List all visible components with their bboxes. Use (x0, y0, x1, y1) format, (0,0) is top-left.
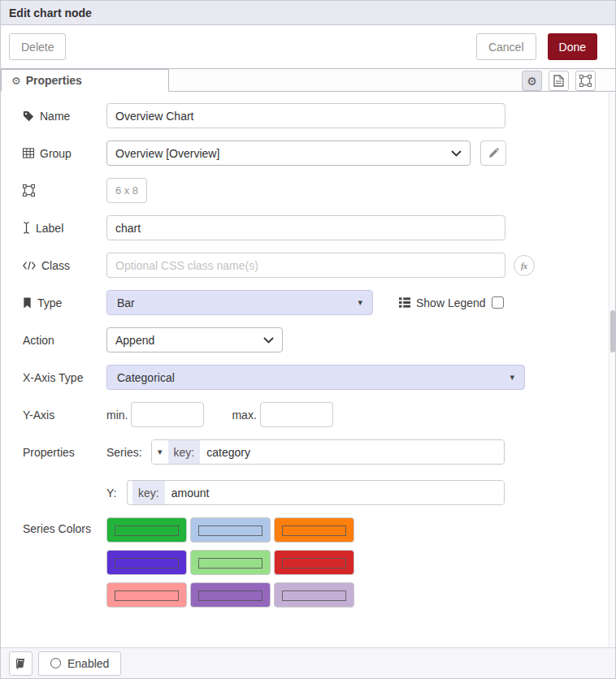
row-yaxis: Y-Axis min. max. (9, 402, 615, 427)
circle-icon (50, 658, 61, 668)
delete-button[interactable]: Delete (9, 33, 66, 60)
action-label: Action (23, 334, 54, 347)
size-label-wrap (9, 184, 106, 197)
y-key-input[interactable] (165, 481, 504, 504)
table-icon (23, 148, 34, 158)
series-colors-label: Series Colors (23, 522, 91, 535)
row-group: Group Overview [Overview] (9, 141, 615, 166)
properties-label-wrap: Properties (9, 446, 106, 459)
document-icon (553, 75, 564, 87)
object-group-icon (23, 184, 35, 197)
y-field-label: Y: (106, 487, 127, 500)
yaxis-max-label: max. (232, 409, 256, 422)
scrollbar-thumb[interactable] (610, 310, 615, 352)
cancel-button[interactable]: Cancel (476, 33, 536, 60)
series-typed-input: ▾ key: (151, 439, 505, 465)
edit-chart-node-dialog: Edit chart node Delete Cancel Done ⚙ Pro… (0, 0, 616, 679)
series-color-swatch-8[interactable] (190, 582, 271, 608)
yaxis-min-input[interactable] (131, 402, 204, 427)
series-color-swatch-2[interactable] (190, 517, 271, 543)
dialog-header: Edit chart node (1, 1, 615, 25)
label-input[interactable] (106, 215, 505, 240)
row-xaxis-type: X-Axis Type Categorical ▾ (9, 365, 615, 390)
appearance-view-button[interactable] (575, 71, 596, 91)
enabled-label: Enabled (67, 657, 109, 670)
show-legend-wrap: Show Legend (399, 296, 504, 309)
series-color-swatch-6[interactable] (274, 550, 354, 575)
label-label: Label (36, 222, 63, 235)
yaxis-max-input[interactable] (260, 402, 333, 427)
tab-properties[interactable]: ⚙ Properties (1, 69, 169, 92)
description-view-button[interactable] (549, 71, 569, 91)
show-legend-checkbox[interactable] (492, 296, 504, 309)
xaxis-type-dropdown[interactable]: Categorical ▾ (106, 365, 525, 390)
group-select-value: Overview [Overview] (115, 147, 451, 160)
done-button[interactable]: Done (548, 33, 597, 60)
class-input[interactable] (106, 253, 505, 278)
series-color-swatch-4[interactable] (106, 550, 187, 575)
row-size: 6 x 8 (9, 178, 615, 203)
pencil-icon (488, 148, 499, 158)
series-colors-grid (106, 517, 354, 608)
gear-icon: ⚙ (527, 75, 537, 88)
row-label: Label (9, 215, 615, 240)
series-key-prefix: key: (168, 440, 201, 464)
swatch-inner (115, 590, 179, 601)
y-key-prefix: key: (132, 481, 165, 504)
group-label-wrap: Group (9, 147, 106, 160)
bookmark-icon (23, 297, 32, 309)
object-group-icon (579, 75, 592, 87)
name-input[interactable] (106, 103, 505, 128)
i-cursor-icon (23, 222, 30, 234)
info-button[interactable] (9, 651, 33, 676)
series-type-select-button[interactable]: ▾ (152, 440, 168, 464)
action-select[interactable]: Append (106, 327, 283, 352)
tag-icon (23, 110, 34, 122)
properties-view-button[interactable]: ⚙ (522, 71, 542, 91)
group-label: Group (40, 147, 72, 160)
edit-group-button[interactable] (480, 141, 506, 166)
dialog-footer: Enabled (1, 647, 615, 678)
size-button[interactable]: 6 x 8 (106, 178, 147, 203)
series-colors-label-wrap: Series Colors (9, 522, 106, 535)
vertical-scrollbar[interactable] (609, 93, 615, 647)
row-name: Name (9, 103, 615, 128)
swatch-inner (282, 558, 346, 569)
properties-label: Properties (23, 446, 75, 459)
tab-bar: ⚙ Properties ⚙ (1, 69, 615, 92)
series-color-swatch-3[interactable] (274, 517, 354, 543)
expression-button[interactable]: fx (514, 255, 535, 276)
class-label: Class (41, 259, 70, 272)
series-color-swatch-1[interactable] (106, 517, 187, 543)
series-color-swatch-9[interactable] (274, 582, 354, 608)
swatch-inner (198, 590, 262, 601)
enabled-toggle-button[interactable]: Enabled (38, 651, 121, 676)
row-series: Properties Series: ▾ key: (9, 439, 615, 465)
row-class: Class fx (9, 253, 615, 278)
swatch-inner (282, 525, 346, 536)
type-label: Type (37, 296, 62, 309)
action-select-value: Append (115, 334, 263, 347)
series-key-input[interactable] (200, 440, 504, 464)
name-label: Name (40, 110, 70, 123)
series-color-swatch-7[interactable] (106, 582, 187, 608)
book-icon (15, 658, 26, 669)
swatch-inner (198, 558, 262, 569)
yaxis-label-wrap: Y-Axis (9, 409, 106, 422)
chevron-down-icon (263, 337, 274, 344)
series-color-swatch-5[interactable] (190, 550, 271, 575)
code-icon (23, 261, 36, 270)
tab-icon-buttons: ⚙ (522, 71, 615, 91)
xaxis-label-wrap: X-Axis Type (9, 371, 106, 384)
group-select[interactable]: Overview [Overview] (106, 141, 471, 166)
yaxis-label: Y-Axis (23, 409, 54, 422)
xaxis-type-label: X-Axis Type (23, 371, 83, 384)
label-label-wrap: Label (9, 222, 106, 235)
chevron-down-icon (451, 150, 462, 157)
xaxis-type-value: Categorical (117, 371, 510, 384)
row-type: Type Bar ▾ Show Legend (9, 290, 615, 315)
show-legend-label: Show Legend (416, 296, 486, 309)
chart-type-dropdown[interactable]: Bar ▾ (106, 290, 373, 315)
swatch-inner (282, 590, 346, 601)
gear-icon: ⚙ (11, 75, 21, 87)
